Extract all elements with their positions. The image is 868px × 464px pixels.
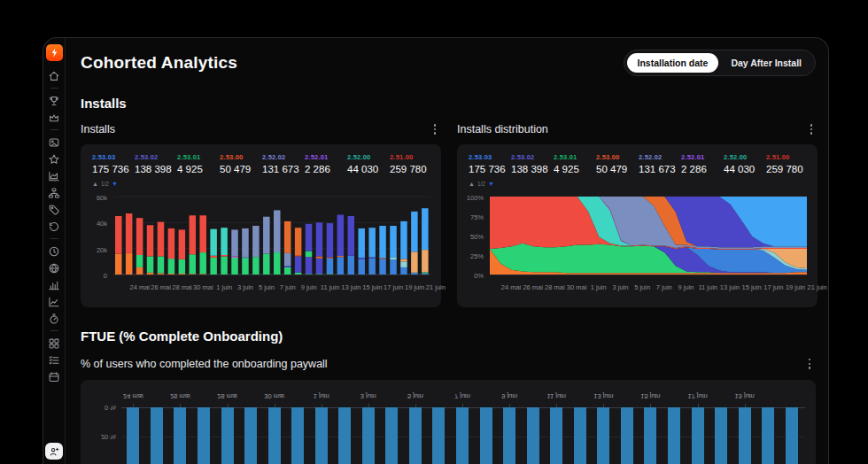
stacked-bar[interactable] — [147, 225, 154, 275]
legend-item[interactable]: 2.52.0044 030 — [724, 153, 766, 174]
stacked-bar[interactable] — [358, 228, 365, 275]
stacked-bar[interactable] — [263, 217, 270, 275]
ftue-bar[interactable] — [739, 407, 751, 464]
ftue-menu-button[interactable] — [803, 357, 816, 371]
stacked-bar[interactable] — [252, 226, 260, 275]
legend-item[interactable]: 2.53.02138 398 — [135, 153, 177, 174]
ftue-bar[interactable] — [338, 407, 351, 464]
ftue-bar[interactable] — [268, 407, 281, 464]
distribution-menu-button[interactable] — [805, 122, 818, 136]
stacked-bar[interactable] — [221, 228, 228, 275]
ftue-bar[interactable] — [527, 407, 539, 464]
ftue-bar[interactable] — [291, 407, 304, 464]
legend-item[interactable]: 2.53.014 925 — [554, 153, 596, 174]
stacked-bar[interactable] — [295, 228, 302, 275]
stacked-bar[interactable] — [136, 218, 143, 275]
stacked-bar[interactable] — [379, 226, 386, 275]
stacked-bar[interactable] — [306, 224, 313, 275]
sidebar-item-trophy[interactable] — [48, 95, 60, 107]
ftue-bar[interactable] — [174, 407, 186, 464]
sidebar-item-screenshot[interactable] — [48, 136, 60, 149]
stacked-bar[interactable] — [126, 213, 133, 275]
sidebar-item-bar-chart[interactable] — [48, 279, 60, 291]
ftue-bar[interactable] — [244, 407, 257, 464]
sidebar-item-globe[interactable] — [48, 262, 60, 275]
sidebar-item-checklist[interactable] — [48, 354, 60, 367]
stacked-bar[interactable] — [158, 222, 165, 275]
legend-item[interactable]: 2.52.012 286 — [305, 153, 347, 174]
sidebar-item-star[interactable] — [48, 153, 60, 166]
legend-item[interactable]: 2.51.00259 780 — [766, 153, 809, 174]
stacked-bar[interactable] — [284, 221, 291, 275]
stacked-bar[interactable] — [411, 212, 418, 275]
sidebar-item-calendar[interactable] — [48, 371, 60, 383]
ftue-bar[interactable] — [503, 407, 515, 464]
legend-item[interactable]: 2.52.0044 030 — [347, 153, 390, 174]
legend-item[interactable]: 2.53.0050 479 — [220, 153, 262, 174]
ftue-bar[interactable] — [409, 407, 422, 464]
stacked-bar[interactable] — [390, 226, 397, 275]
sidebar-item-crown[interactable] — [48, 112, 60, 124]
ftue-bar[interactable] — [221, 407, 234, 464]
sidebar-item-clock[interactable] — [48, 245, 60, 258]
stacked-bar[interactable] — [348, 216, 355, 275]
app-logo[interactable] — [46, 44, 63, 61]
ftue-bar[interactable] — [385, 407, 398, 464]
sidebar-item-line-chart[interactable] — [48, 296, 60, 308]
ftue-bar[interactable] — [644, 407, 656, 464]
ftue-bar[interactable] — [715, 407, 727, 464]
stacked-bar[interactable] — [422, 208, 429, 275]
user-account-button[interactable] — [45, 443, 63, 460]
toggle-day-after-install[interactable]: Day After Install — [720, 53, 812, 73]
stacked-bar[interactable] — [274, 210, 281, 275]
sidebar-item-home[interactable] — [48, 70, 60, 82]
legend-page-up-icon[interactable]: ▲ — [92, 181, 98, 187]
sidebar-item-area-chart[interactable] — [48, 170, 60, 182]
ftue-bar[interactable] — [668, 407, 680, 464]
sidebar-item-org[interactable] — [48, 187, 60, 199]
stacked-bar[interactable] — [327, 223, 334, 275]
ftue-bar[interactable] — [127, 407, 139, 464]
legend-item[interactable]: 2.53.03175 736 — [92, 153, 135, 174]
stacked-bar[interactable] — [179, 229, 186, 275]
ftue-bar[interactable] — [315, 407, 328, 464]
sidebar-item-tag[interactable] — [48, 204, 60, 216]
legend-item[interactable]: 2.51.00259 780 — [390, 153, 432, 174]
stacked-bar[interactable] — [316, 222, 323, 275]
ftue-bar[interactable] — [574, 407, 586, 464]
stacked-bar[interactable] — [115, 216, 122, 275]
ftue-bar[interactable] — [198, 407, 210, 464]
installs-menu-button[interactable] — [429, 122, 441, 136]
ftue-bar[interactable] — [597, 407, 609, 464]
ftue-bar[interactable] — [692, 407, 704, 464]
stacked-bar[interactable] — [400, 221, 407, 275]
ftue-bar[interactable] — [456, 407, 469, 464]
legend-item[interactable]: 2.52.012 286 — [681, 153, 724, 174]
ftue-bar[interactable] — [362, 407, 375, 464]
legend-item[interactable]: 2.52.02131 673 — [639, 153, 681, 174]
legend-item[interactable]: 2.53.02138 398 — [511, 153, 554, 174]
stacked-bar[interactable] — [199, 215, 206, 275]
stacked-bar[interactable] — [242, 228, 249, 275]
legend-item[interactable]: 2.53.014 925 — [177, 153, 220, 174]
legend-item[interactable]: 2.52.02131 673 — [262, 153, 305, 174]
legend-page-up-icon[interactable]: ▲ — [469, 181, 475, 187]
stacked-bar[interactable] — [168, 228, 175, 275]
sidebar-item-gauge[interactable] — [48, 313, 60, 325]
ftue-bar[interactable] — [550, 407, 562, 464]
legend-item[interactable]: 2.53.03175 736 — [469, 153, 511, 174]
stacked-bar[interactable] — [210, 229, 217, 275]
sidebar-item-grid[interactable] — [48, 337, 60, 350]
legend-page-down-icon[interactable]: ▼ — [488, 181, 494, 187]
stacked-bar[interactable] — [231, 229, 238, 275]
ftue-bar[interactable] — [621, 407, 633, 464]
ftue-bar[interactable] — [480, 407, 492, 464]
stacked-bar[interactable] — [190, 215, 197, 275]
toggle-installation-date[interactable]: Installation date — [627, 53, 719, 73]
legend-page-down-icon[interactable]: ▼ — [112, 181, 118, 187]
legend-item[interactable]: 2.53.0050 479 — [596, 153, 639, 174]
ftue-bar[interactable] — [786, 407, 798, 464]
ftue-bar[interactable] — [151, 407, 163, 464]
stacked-bar[interactable] — [368, 228, 376, 275]
ftue-bar[interactable] — [762, 407, 774, 464]
